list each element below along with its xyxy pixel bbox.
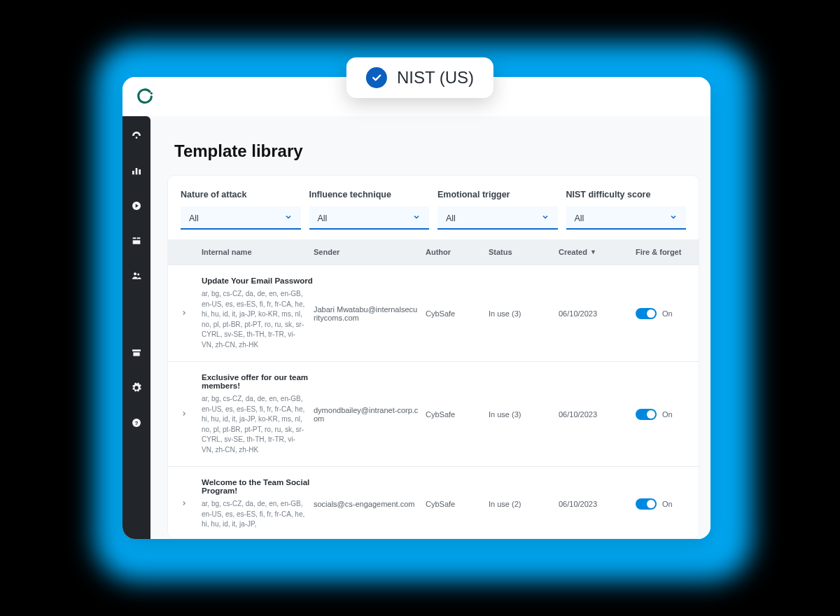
toggle-label: On bbox=[662, 500, 673, 508]
nist-badge: NIST (US) bbox=[346, 57, 493, 98]
badge-text: NIST (US) bbox=[397, 68, 474, 88]
toggle-label: On bbox=[662, 410, 673, 419]
cell-fire-forget: On bbox=[636, 308, 699, 319]
cell-created: 06/10/2023 bbox=[559, 410, 636, 419]
groups-icon[interactable] bbox=[131, 270, 142, 284]
filter-nist: NIST difficulty score All bbox=[566, 190, 687, 230]
svg-rect-3 bbox=[136, 168, 138, 174]
cell-fire-forget: On bbox=[636, 409, 699, 420]
chevron-down-icon bbox=[412, 213, 421, 223]
col-sender[interactable]: Sender bbox=[314, 248, 426, 256]
sort-desc-icon: ▼ bbox=[590, 248, 596, 255]
cell-status: In use (3) bbox=[489, 309, 559, 318]
chevron-down-icon bbox=[669, 213, 678, 223]
cell-author: CybSafe bbox=[426, 500, 489, 508]
filter-influence: Influence technique All bbox=[309, 190, 430, 230]
col-fire-forget[interactable]: Fire & forget bbox=[636, 248, 699, 256]
table-row: Update Your Email Password ar, bg, cs-CZ… bbox=[168, 265, 699, 361]
col-author[interactable]: Author bbox=[426, 248, 489, 256]
table-row: Exclusive offer for our team members! ar… bbox=[168, 361, 699, 466]
filter-nature-dropdown[interactable]: All bbox=[181, 206, 301, 230]
filter-emotional: Emotional trigger All bbox=[438, 190, 558, 230]
cell-fire-forget: On bbox=[636, 498, 699, 510]
play-icon[interactable] bbox=[131, 200, 142, 214]
svg-rect-2 bbox=[132, 171, 134, 174]
svg-point-0 bbox=[150, 92, 153, 94]
fire-forget-toggle[interactable] bbox=[636, 308, 657, 319]
toggle-label: On bbox=[662, 309, 673, 318]
filter-emotional-dropdown[interactable]: All bbox=[438, 206, 558, 230]
check-circle-icon bbox=[366, 67, 387, 88]
row-languages: ar, bg, cs-CZ, da, de, en, en-GB, en-US,… bbox=[202, 499, 307, 530]
filter-label: NIST difficulty score bbox=[566, 190, 687, 200]
expand-row-icon[interactable] bbox=[181, 500, 202, 508]
settings-icon[interactable] bbox=[131, 382, 142, 396]
cell-author: CybSafe bbox=[426, 309, 489, 318]
svg-point-1 bbox=[136, 136, 138, 139]
cell-author: CybSafe bbox=[426, 410, 489, 419]
filters-row: Nature of attack All Influence technique… bbox=[168, 176, 699, 239]
cell-internal-name: Exclusive offer for our team members! ar… bbox=[202, 373, 314, 455]
svg-rect-8 bbox=[132, 349, 141, 351]
brand-logo bbox=[135, 87, 155, 106]
svg-point-6 bbox=[134, 272, 136, 275]
archive-icon[interactable] bbox=[131, 347, 142, 361]
dropdown-value: All bbox=[575, 214, 584, 223]
cell-status: In use (2) bbox=[489, 500, 559, 508]
chevron-down-icon bbox=[541, 213, 550, 223]
table-body: Update Your Email Password ar, bg, cs-CZ… bbox=[168, 265, 699, 538]
reports-icon[interactable] bbox=[131, 165, 142, 179]
cell-created: 06/10/2023 bbox=[559, 309, 636, 318]
main-content: Template library Nature of attack All In… bbox=[150, 116, 710, 539]
row-languages: ar, bg, cs-CZ, da, de, en, en-GB, en-US,… bbox=[202, 289, 307, 350]
help-icon[interactable]: ? bbox=[131, 417, 142, 431]
row-title: Welcome to the Team Social Program! bbox=[202, 478, 314, 495]
dropdown-value: All bbox=[189, 214, 199, 223]
col-created[interactable]: Created ▼ bbox=[559, 248, 636, 256]
library-icon[interactable] bbox=[131, 235, 142, 249]
row-title: Update Your Email Password bbox=[202, 276, 314, 285]
cell-created: 06/10/2023 bbox=[559, 500, 636, 508]
cell-internal-name: Welcome to the Team Social Program! ar, … bbox=[202, 478, 314, 530]
expand-row-icon[interactable] bbox=[181, 309, 202, 318]
row-title: Exclusive offer for our team members! bbox=[202, 373, 314, 390]
svg-point-7 bbox=[137, 273, 139, 275]
filter-influence-dropdown[interactable]: All bbox=[309, 206, 430, 230]
dashboard-icon[interactable] bbox=[131, 130, 142, 144]
filter-label: Emotional trigger bbox=[438, 190, 558, 200]
cell-status: In use (3) bbox=[489, 410, 559, 419]
row-languages: ar, bg, cs-CZ, da, de, en, en-GB, en-US,… bbox=[202, 394, 307, 455]
fire-forget-toggle[interactable] bbox=[636, 409, 657, 420]
cell-internal-name: Update Your Email Password ar, bg, cs-CZ… bbox=[202, 276, 314, 350]
sidebar-nav: ? bbox=[122, 116, 150, 539]
svg-rect-9 bbox=[133, 352, 139, 356]
col-status[interactable]: Status bbox=[489, 248, 559, 256]
filter-nature: Nature of attack All bbox=[181, 190, 301, 230]
page-title: Template library bbox=[150, 116, 710, 175]
fire-forget-toggle[interactable] bbox=[636, 498, 657, 510]
filter-label: Influence technique bbox=[309, 190, 430, 200]
col-internal-name[interactable]: Internal name bbox=[202, 248, 314, 256]
cell-sender: dymondbailey@intranet-corp.com bbox=[314, 406, 419, 423]
chevron-down-icon bbox=[284, 213, 293, 223]
filter-nist-dropdown[interactable]: All bbox=[566, 206, 687, 230]
cell-sender: Jabari Mwatabu@internalsecuritycoms.com bbox=[314, 305, 419, 322]
dropdown-value: All bbox=[446, 214, 456, 223]
table-header: Internal name Sender Author Status Creat… bbox=[168, 239, 699, 265]
svg-text:?: ? bbox=[135, 420, 139, 426]
dropdown-value: All bbox=[318, 214, 328, 223]
svg-rect-4 bbox=[139, 169, 141, 174]
filter-label: Nature of attack bbox=[181, 190, 301, 200]
expand-row-icon[interactable] bbox=[181, 410, 202, 419]
template-card: Nature of attack All Influence technique… bbox=[167, 175, 699, 539]
app-window: ? Template library Nature of attack All bbox=[122, 77, 710, 539]
table-row: Welcome to the Team Social Program! ar, … bbox=[168, 466, 699, 538]
cell-sender: socials@cs-engagement.com bbox=[314, 500, 419, 508]
